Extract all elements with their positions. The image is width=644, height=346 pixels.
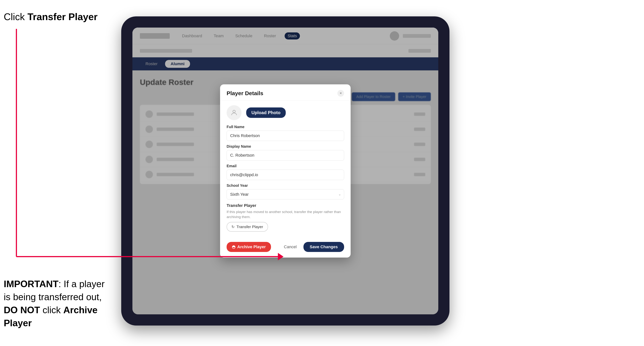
archive-player-button[interactable]: ◓ Archive Player bbox=[226, 242, 271, 252]
player-details-modal: Player Details × Upload Photo bbox=[220, 84, 351, 258]
modal-overlay: Player Details × Upload Photo bbox=[132, 27, 438, 314]
email-input[interactable] bbox=[226, 170, 344, 180]
transfer-player-bold: Transfer Player bbox=[28, 11, 98, 22]
display-name-input[interactable] bbox=[226, 150, 344, 161]
photo-upload-area: Upload Photo bbox=[226, 105, 344, 120]
tablet-screen: Dashboard Team Schedule Roster Stats Ros… bbox=[132, 27, 438, 314]
tablet-frame: Dashboard Team Schedule Roster Stats Ros… bbox=[121, 16, 450, 326]
full-name-label: Full Name bbox=[226, 125, 344, 129]
transfer-button-label: Transfer Player bbox=[236, 225, 263, 229]
cancel-button[interactable]: Cancel bbox=[280, 242, 300, 252]
click-word: Click bbox=[4, 11, 25, 22]
do-not-text: DO NOT bbox=[4, 305, 40, 315]
click-archive-text: click bbox=[42, 305, 63, 315]
transfer-icon: ↻ bbox=[232, 225, 234, 229]
school-year-select-wrapper: First Year Second Year Third Year Fourth… bbox=[226, 189, 344, 199]
display-name-group: Display Name bbox=[226, 144, 344, 161]
school-year-select[interactable]: First Year Second Year Third Year Fourth… bbox=[226, 189, 344, 199]
modal-header: Player Details × bbox=[220, 84, 351, 101]
modal-body: Upload Photo Full Name Display Name bbox=[220, 101, 351, 238]
click-instruction: Click Transfer Player bbox=[4, 11, 98, 22]
display-name-label: Display Name bbox=[226, 144, 344, 149]
full-name-group: Full Name bbox=[226, 125, 344, 141]
transfer-section: Transfer Player If this player has moved… bbox=[226, 203, 344, 232]
full-name-input[interactable] bbox=[226, 131, 344, 141]
email-label: Email bbox=[226, 164, 344, 168]
school-year-label: School Year bbox=[226, 183, 344, 188]
important-instruction: IMPORTANT: If a player is being transfer… bbox=[4, 277, 112, 330]
save-changes-button[interactable]: Save Changes bbox=[304, 242, 344, 252]
transfer-title: Transfer Player bbox=[226, 203, 344, 208]
close-button[interactable]: × bbox=[338, 90, 344, 97]
modal-footer: ◓ Archive Player Cancel Save Changes bbox=[220, 238, 351, 258]
transfer-player-button[interactable]: ↻ Transfer Player bbox=[226, 222, 268, 232]
svg-point-3 bbox=[233, 110, 235, 113]
email-group: Email bbox=[226, 164, 344, 180]
photo-circle bbox=[226, 105, 242, 120]
person-icon bbox=[230, 109, 238, 116]
archive-button-label: Archive Player bbox=[237, 244, 266, 249]
transfer-description: If this player has moved to another scho… bbox=[226, 209, 344, 219]
archive-icon: ◓ bbox=[232, 244, 235, 249]
upload-photo-button[interactable]: Upload Photo bbox=[246, 107, 286, 118]
school-year-group: School Year First Year Second Year Third… bbox=[226, 183, 344, 199]
modal-title: Player Details bbox=[226, 90, 263, 96]
important-word: IMPORTANT bbox=[4, 279, 58, 289]
